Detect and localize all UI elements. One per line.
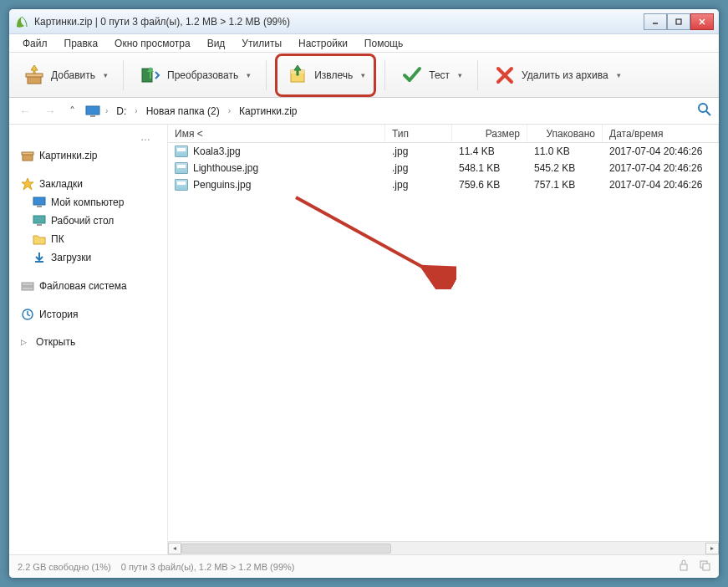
sidebar-overflow[interactable]: … — [9, 131, 167, 146]
separator — [477, 60, 478, 90]
svg-rect-1 — [676, 19, 681, 24]
star-icon — [21, 177, 34, 191]
list-header: Имя < Тип Размер Упаковано Дата/время — [168, 125, 719, 143]
file-row[interactable]: Penguins.jpg .jpg 759.6 KB 757.1 KB 2017… — [168, 176, 719, 193]
svg-rect-12 — [90, 115, 95, 117]
menu-settings[interactable]: Настройки — [290, 36, 356, 51]
menu-view-window[interactable]: Окно просмотра — [106, 36, 199, 51]
svg-rect-17 — [33, 197, 45, 205]
svg-rect-27 — [703, 564, 710, 570]
menu-view[interactable]: Вид — [199, 36, 234, 51]
status-free: 2.2 GB свободно (1%) — [18, 562, 111, 572]
search-icon[interactable] — [697, 102, 712, 120]
menu-file[interactable]: Файл — [14, 36, 56, 51]
file-date: 2017-07-04 20:46:26 — [603, 179, 719, 191]
app-window: Картинки.zip | 0 пути 3 файл(ы), 1.2 MB … — [8, 8, 720, 579]
col-date[interactable]: Дата/время — [603, 125, 719, 142]
check-icon — [400, 64, 424, 87]
image-icon — [175, 162, 188, 174]
sidebar-archive[interactable]: Картинки.zip — [9, 146, 167, 165]
sidebar-mycomputer[interactable]: Мой компьютер — [9, 193, 167, 212]
file-row[interactable]: Lighthouse.jpg .jpg 548.1 KB 545.2 KB 20… — [168, 160, 719, 176]
scroll-track[interactable] — [181, 543, 705, 554]
svg-rect-5 — [26, 74, 43, 77]
menu-utilities[interactable]: Утилиты — [233, 36, 290, 51]
monitor-icon — [85, 105, 100, 117]
maximize-button[interactable] — [667, 13, 690, 30]
file-name: Lighthouse.jpg — [193, 162, 258, 174]
body-area: … Картинки.zip Закладки Мой компьютер Ра… — [9, 125, 719, 554]
delete-button[interactable]: Удалить из архива ▾ — [486, 59, 628, 92]
svg-line-24 — [296, 197, 448, 281]
crumb-archive[interactable]: Картинки.zip — [236, 104, 301, 119]
add-button[interactable]: Добавить ▾ — [16, 59, 115, 92]
sidebar-desktop[interactable]: Рабочий стол — [9, 212, 167, 230]
test-label: Тест — [429, 69, 450, 81]
svg-line-14 — [706, 111, 710, 115]
sidebar-open-label: Открыть — [36, 336, 75, 348]
sidebar-archive-label: Картинки.zip — [39, 150, 98, 161]
file-type: .jpg — [385, 179, 452, 191]
separator — [384, 60, 385, 90]
image-icon — [175, 145, 188, 157]
lock-icon — [679, 559, 689, 574]
scrollbar-horizontal[interactable]: ◂ ▸ — [168, 541, 719, 554]
extract-icon — [286, 64, 309, 87]
highlight-annotation: Извлечь ▾ — [275, 54, 376, 97]
menubar: Файл Правка Окно просмотра Вид Утилиты Н… — [9, 34, 719, 53]
sidebar-pc[interactable]: ПК — [9, 230, 167, 248]
nav-forward[interactable]: → — [41, 103, 59, 120]
minimize-button[interactable] — [644, 13, 667, 30]
nav-back[interactable]: ← — [16, 103, 34, 120]
nav-up[interactable]: ˄ — [66, 103, 79, 120]
chevron-down-icon: ▾ — [617, 71, 621, 79]
sidebar-downloads[interactable]: Загрузки — [9, 248, 167, 267]
scroll-left[interactable]: ◂ — [168, 543, 181, 554]
close-button[interactable] — [690, 13, 714, 30]
drive-icon — [21, 279, 34, 293]
sidebar-bookmarks[interactable]: Закладки — [9, 175, 167, 193]
chevron-down-icon: ▾ — [247, 71, 251, 79]
app-icon — [14, 14, 29, 29]
col-type[interactable]: Тип — [385, 125, 452, 142]
col-packed[interactable]: Упаковано — [527, 125, 603, 142]
separator — [266, 60, 267, 90]
crumb-drive[interactable]: D: — [113, 104, 130, 119]
svg-rect-19 — [33, 216, 45, 223]
box-icon — [21, 149, 34, 162]
file-type: .jpg — [385, 162, 452, 174]
extract-button[interactable]: Извлечь ▾ — [279, 59, 372, 92]
menu-help[interactable]: Помощь — [356, 36, 411, 51]
titlebar: Картинки.zip | 0 пути 3 файл(ы), 1.2 MB … — [9, 9, 719, 34]
convert-button[interactable]: Преобразовать ▾ — [132, 59, 257, 92]
window-controls — [644, 13, 714, 30]
test-button[interactable]: Тест ▾ — [394, 59, 469, 92]
toolbar: Добавить ▾ Преобразовать ▾ Извлечь ▾ Тес… — [9, 53, 719, 98]
chevron-down-icon: ▾ — [361, 71, 365, 79]
col-name[interactable]: Имя < — [168, 125, 385, 142]
separator — [123, 60, 124, 90]
svg-rect-21 — [22, 283, 33, 286]
sidebar-open[interactable]: ▷ Открыть — [9, 334, 167, 350]
clock-icon — [21, 308, 34, 321]
svg-rect-16 — [22, 152, 33, 155]
col-size[interactable]: Размер — [452, 125, 527, 142]
monitor-icon — [33, 196, 46, 209]
window-title: Картинки.zip | 0 пути 3 файл(ы), 1.2 MB … — [34, 16, 644, 28]
file-packed: 545.2 KB — [527, 162, 603, 174]
scroll-thumb[interactable] — [181, 544, 391, 554]
svg-rect-25 — [680, 564, 687, 570]
sidebar: … Картинки.zip Закладки Мой компьютер Ра… — [9, 125, 168, 554]
menu-edit[interactable]: Правка — [56, 36, 107, 51]
crumb-folder[interactable]: Новая папка (2) — [143, 104, 223, 119]
arrow-annotation — [281, 189, 456, 289]
statusbar: 2.2 GB свободно (1%) 0 пути 3 файл(ы), 1… — [9, 554, 719, 578]
extract-label: Извлечь — [314, 69, 353, 81]
sidebar-history[interactable]: История — [9, 305, 167, 324]
scroll-right[interactable]: ▸ — [705, 543, 719, 554]
file-date: 2017-07-04 20:46:26 — [603, 145, 719, 157]
sidebar-filesystem[interactable]: Файловая система — [9, 277, 167, 295]
file-row[interactable]: Koala3.jpg .jpg 11.4 KB 11.0 KB 2017-07-… — [168, 143, 719, 160]
svg-rect-18 — [37, 206, 42, 207]
file-date: 2017-07-04 20:46:26 — [603, 162, 719, 174]
